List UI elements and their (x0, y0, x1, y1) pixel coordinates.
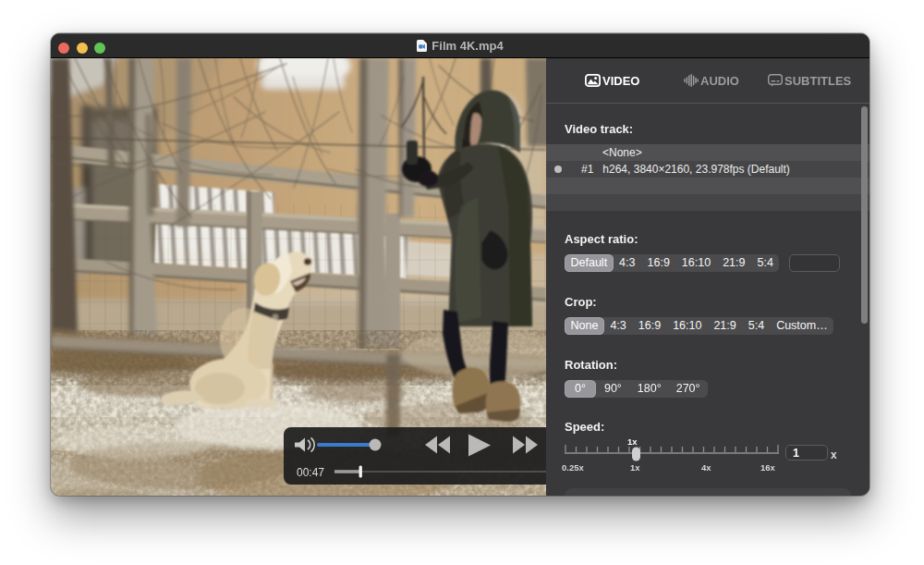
svg-text:00:47: 00:47 (297, 466, 324, 479)
